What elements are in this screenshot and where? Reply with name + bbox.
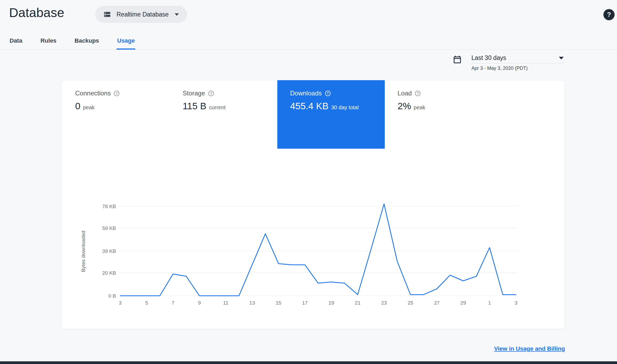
x-tick-label: 13 (249, 300, 255, 306)
help-circle-icon[interactable]: ? (325, 91, 331, 96)
metric-unit: peak (414, 104, 425, 111)
y-tick-label: 39 KB (102, 248, 116, 254)
chevron-down-icon (175, 13, 179, 16)
metric-label: Connections (75, 89, 111, 97)
metric-value: 115 B (183, 101, 206, 111)
metric-value: 2% (398, 101, 411, 111)
metric-unit: current (209, 104, 226, 111)
x-tick-label: 5 (145, 300, 148, 306)
x-tick-label: 23 (381, 300, 387, 306)
date-range-detail: Apr 3 - May 3, 2020 (PDT) (471, 66, 528, 71)
metric-label: Storage (183, 89, 205, 97)
x-tick-label: 11 (223, 300, 229, 306)
x-tick-label: 15 (276, 300, 281, 306)
page-title: Database (9, 5, 64, 20)
usage-chart-svg: 78 KB59 KB39 KB20 KB0 B35791113151719212… (86, 200, 584, 307)
y-tick-label: 0 B (108, 293, 116, 299)
footer-bar (0, 361, 617, 364)
metric-label: Downloads (290, 89, 322, 97)
metric-tile-downloads[interactable]: Downloads ? 455.4 KB 30 day total (277, 80, 385, 149)
usage-card: Connections ? 0 peak Storage ? 115 B cur… (61, 80, 565, 329)
metric-tile-connections[interactable]: Connections ? 0 peak (62, 80, 170, 111)
database-selector-dropdown[interactable]: Realtime Database (95, 6, 187, 23)
help-circle-icon[interactable]: ? (208, 91, 214, 96)
calendar-icon (452, 55, 462, 66)
tab-backups[interactable]: Backups (74, 37, 100, 50)
metric-unit: peak (83, 104, 94, 111)
metric-value: 455.4 KB (290, 101, 328, 111)
x-tick-label: 9 (198, 300, 201, 306)
y-tick-label: 78 KB (102, 204, 116, 209)
view-usage-billing-link[interactable]: View in Usage and Billing (494, 345, 565, 352)
realtime-database-usage-page: Database Realtime Database ? Data Rules … (0, 0, 617, 364)
x-tick-label: 3 (515, 300, 518, 306)
y-tick-label: 59 KB (102, 225, 116, 231)
metric-unit: 30 day total (331, 104, 359, 111)
x-tick-label: 19 (328, 300, 334, 306)
help-button[interactable]: ? (603, 9, 615, 20)
database-icon (103, 10, 111, 18)
y-tick-label: 20 KB (102, 270, 116, 276)
x-tick-label: 27 (434, 300, 440, 306)
help-circle-icon[interactable]: ? (114, 91, 119, 96)
database-selector-label: Realtime Database (117, 11, 169, 18)
help-icon: ? (607, 11, 611, 18)
x-tick-label: 7 (172, 300, 175, 306)
x-tick-label: 1 (488, 300, 491, 306)
metric-value: 0 (75, 101, 80, 111)
x-tick-label: 3 (119, 300, 122, 306)
tab-usage[interactable]: Usage (117, 37, 135, 50)
metric-tile-storage[interactable]: Storage ? 115 B current (170, 80, 277, 111)
downloads-line-series (120, 204, 516, 296)
help-circle-icon[interactable]: ? (415, 91, 420, 96)
x-tick-label: 21 (355, 300, 360, 306)
metric-label: Load (398, 89, 412, 97)
metric-tile-load[interactable]: Load ? 2% peak (385, 80, 492, 111)
tab-bar: Data Rules Backups Usage (0, 35, 617, 50)
date-range-dropdown[interactable]: Last 30 days (471, 53, 564, 63)
tab-rules[interactable]: Rules (40, 37, 57, 50)
x-tick-label: 25 (408, 300, 413, 306)
tab-data[interactable]: Data (9, 37, 23, 50)
x-tick-label: 29 (460, 300, 466, 306)
x-tick-label: 17 (302, 300, 308, 306)
dropdown-arrow-icon (559, 57, 564, 59)
date-range-selected: Last 30 days (471, 54, 506, 62)
